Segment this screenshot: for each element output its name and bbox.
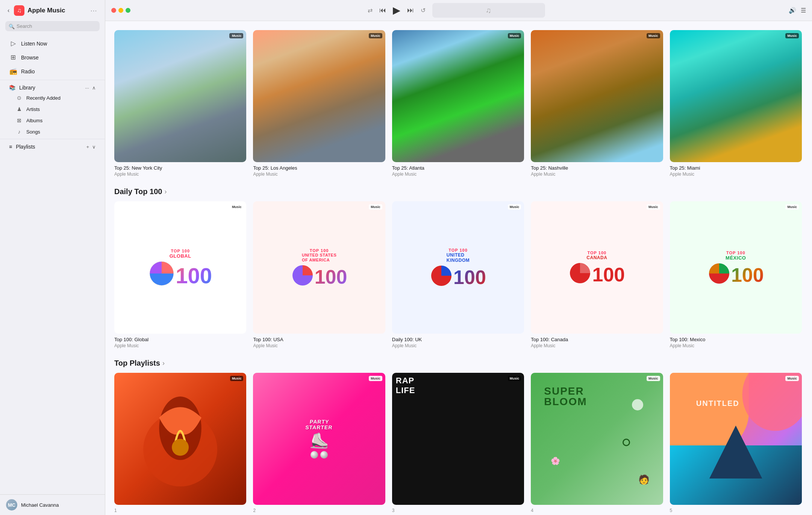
top100-canada-title: Top 100: Canada bbox=[531, 337, 663, 342]
card-top100-global[interactable]: TOP 100 GLOBAL 100 Music bbox=[114, 201, 246, 348]
rap-life-title-text: RAPLIFE bbox=[396, 376, 415, 395]
card-image-top100-uk: TOP 100 UNITEDKINGDOM 100 Music bbox=[392, 201, 524, 333]
more-options-button[interactable]: ··· bbox=[89, 7, 99, 14]
card-miami[interactable]: Music Top 25: Miami Apple Music bbox=[670, 30, 802, 177]
card-atl[interactable]: Music Top 25: Atlanta Apple Music bbox=[392, 30, 524, 177]
superbloom-num: 4 bbox=[531, 508, 663, 513]
apple-music-badge-motherland: Music bbox=[230, 376, 244, 381]
sidebar-item-albums[interactable]: ⊠ Albums bbox=[0, 115, 105, 126]
card-motherland-honey[interactable]: Music 1 Motherland Honey Apple Music R&B bbox=[114, 373, 246, 515]
card-superbloom[interactable]: SUPERBLOOM 🧑 🌸 Music 4 Superbloom Apple … bbox=[531, 373, 663, 515]
volume-button[interactable]: 🔊 bbox=[789, 7, 796, 14]
app-title-row: ‹ ♫ Apple Music bbox=[6, 5, 65, 16]
next-button[interactable]: ⏭ bbox=[407, 6, 414, 14]
playlists-section-actions: + ∨ bbox=[86, 144, 96, 150]
num-100-uk: 100 bbox=[453, 267, 486, 287]
card-top100-usa[interactable]: TOP 100 UNITED STATESOF AMERICA 100 Musi… bbox=[253, 201, 385, 348]
top-playlists-title: Top Playlists bbox=[114, 359, 160, 368]
library-icon: 📚 bbox=[9, 85, 15, 91]
svg-point-3 bbox=[172, 439, 189, 456]
library-label: Library bbox=[19, 85, 35, 91]
sidebar-item-recently-added[interactable]: ⊙ Recently Added bbox=[0, 92, 105, 103]
play-button[interactable]: ▶ bbox=[393, 5, 400, 16]
shuffle-button[interactable]: ⇄ bbox=[368, 7, 373, 14]
library-collapse-button[interactable]: ∧ bbox=[92, 85, 96, 91]
nyc-title: Top 25: New York City bbox=[114, 165, 246, 171]
card-nash[interactable]: Music Top 25: Nashville Apple Music bbox=[531, 30, 663, 177]
playlists-collapse-button[interactable]: ∨ bbox=[92, 144, 96, 150]
pie-chart-mexico bbox=[708, 262, 730, 285]
albums-icon: ⊠ bbox=[16, 117, 23, 123]
sidebar-item-label-browse: Browse bbox=[21, 55, 39, 61]
maximize-button[interactable] bbox=[126, 8, 130, 13]
scroll-area[interactable]: Music Top 25: New York City Apple Music … bbox=[105, 21, 812, 515]
repeat-button[interactable]: ↺ bbox=[421, 7, 426, 14]
pie-chart-canada bbox=[569, 262, 591, 284]
apple-music-badge-global: Music bbox=[230, 204, 244, 210]
daily-top-100-cards: TOP 100 GLOBAL 100 Music bbox=[114, 201, 803, 348]
country-label-usa: UNITED STATESOF AMERICA bbox=[302, 253, 336, 263]
apple-music-badge-la: Music bbox=[369, 33, 382, 38]
sidebar-item-radio[interactable]: 📻 Radio bbox=[2, 64, 103, 78]
party-starters-text: PARTYSTARTER bbox=[305, 419, 333, 431]
minimize-button[interactable] bbox=[118, 8, 123, 13]
daily-top-100-arrow[interactable]: › bbox=[164, 188, 167, 196]
sidebar-item-browse[interactable]: ⊞ Browse bbox=[2, 50, 103, 64]
sidebar-header: ‹ ♫ Apple Music ··· bbox=[0, 0, 105, 20]
card-image-party: PARTYSTARTER ⛸️ Music bbox=[253, 373, 385, 505]
card-la[interactable]: Music Top 25: Los Angeles Apple Music bbox=[253, 30, 385, 177]
card-top100-canada[interactable]: TOP 100 CANADA 100 Music Top 100: Canada bbox=[531, 201, 663, 348]
search-input[interactable] bbox=[5, 21, 100, 31]
playlists-section-header: ≡ Playlists + ∨ bbox=[2, 141, 103, 151]
playlists-section-toggle[interactable]: ≡ Playlists bbox=[9, 144, 35, 150]
back-button[interactable]: ‹ bbox=[6, 6, 11, 15]
sidebar: ‹ ♫ Apple Music ··· 🔍 ▷ Listen Now ⊞ Bro… bbox=[0, 0, 105, 515]
top-playlists-cards: Music 1 Motherland Honey Apple Music R&B… bbox=[114, 373, 803, 515]
radio-icon: 📻 bbox=[9, 67, 17, 75]
now-playing-display: ♫ bbox=[432, 3, 545, 18]
top-playlists-arrow[interactable]: › bbox=[162, 359, 165, 367]
card-top100-uk[interactable]: TOP 100 UNITEDKINGDOM 100 Music Daily 10… bbox=[392, 201, 524, 348]
disco-balls bbox=[311, 451, 328, 459]
library-options-button[interactable]: ··· bbox=[85, 85, 89, 91]
daily-top-100-section-title: Daily Top 100 › bbox=[114, 187, 803, 196]
card-top100-mexico[interactable]: TOP 100 MÉXICO 100 Music T bbox=[670, 201, 802, 348]
top100-global-title: Top 100: Global bbox=[114, 337, 246, 342]
apple-music-badge-party: Music bbox=[369, 376, 382, 381]
sidebar-item-songs[interactable]: ♪ Songs bbox=[0, 126, 105, 137]
top100-label-uk: TOP 100 bbox=[448, 248, 468, 252]
recently-added-icon: ⊙ bbox=[16, 95, 23, 101]
apple-music-badge-uk: Music bbox=[508, 204, 521, 210]
sidebar-item-artists[interactable]: ♟ Artists bbox=[0, 103, 105, 115]
card-untitled[interactable]: UNTITLED Music 5 Untitled Apple Music In… bbox=[670, 373, 802, 515]
listen-now-icon: ▷ bbox=[9, 39, 17, 47]
add-playlist-button[interactable]: + bbox=[86, 144, 89, 150]
user-name: Michael Cavanna bbox=[21, 502, 59, 508]
card-rap-life[interactable]: RAPLIFE Music 3 Rap Life Apple Music Hip… bbox=[392, 373, 524, 515]
card-nyc[interactable]: Music Top 25: New York City Apple Music bbox=[114, 30, 246, 177]
apple-music-badge-rap: Music bbox=[508, 376, 521, 381]
queue-button[interactable]: ☰ bbox=[801, 7, 806, 14]
pie-chart-usa bbox=[291, 264, 314, 287]
top100-label-mexico: TOP 100 bbox=[726, 251, 745, 255]
motherland-art bbox=[127, 386, 233, 492]
num-100-canada: 100 bbox=[592, 265, 625, 284]
card-party-starters[interactable]: PARTYSTARTER ⛸️ Music 2 Party Starters A… bbox=[253, 373, 385, 515]
sidebar-item-listen-now[interactable]: ▷ Listen Now bbox=[2, 36, 103, 50]
close-button[interactable] bbox=[111, 8, 116, 13]
nash-title: Top 25: Nashville bbox=[531, 165, 663, 171]
albums-label: Albums bbox=[26, 118, 42, 123]
sidebar-nav: ▷ Listen Now ⊞ Browse 📻 Radio 📚 Library … bbox=[0, 35, 105, 153]
previous-button[interactable]: ⏮ bbox=[379, 6, 386, 14]
apple-music-badge-nyc: Music bbox=[229, 33, 244, 38]
playlists-label: Playlists bbox=[16, 144, 35, 150]
library-section-toggle[interactable]: 📚 Library bbox=[9, 85, 35, 91]
recently-added-label: Recently Added bbox=[26, 95, 61, 101]
top100-uk-subtitle: Apple Music bbox=[392, 343, 524, 348]
sidebar-item-label-listen-now: Listen Now bbox=[21, 41, 47, 47]
card-image-untitled: UNTITLED Music bbox=[670, 373, 802, 505]
library-section-actions: ··· ∧ bbox=[85, 85, 96, 91]
card-image-atl: Music bbox=[392, 30, 524, 162]
songs-label: Songs bbox=[26, 129, 40, 135]
motherland-num: 1 bbox=[114, 508, 246, 513]
